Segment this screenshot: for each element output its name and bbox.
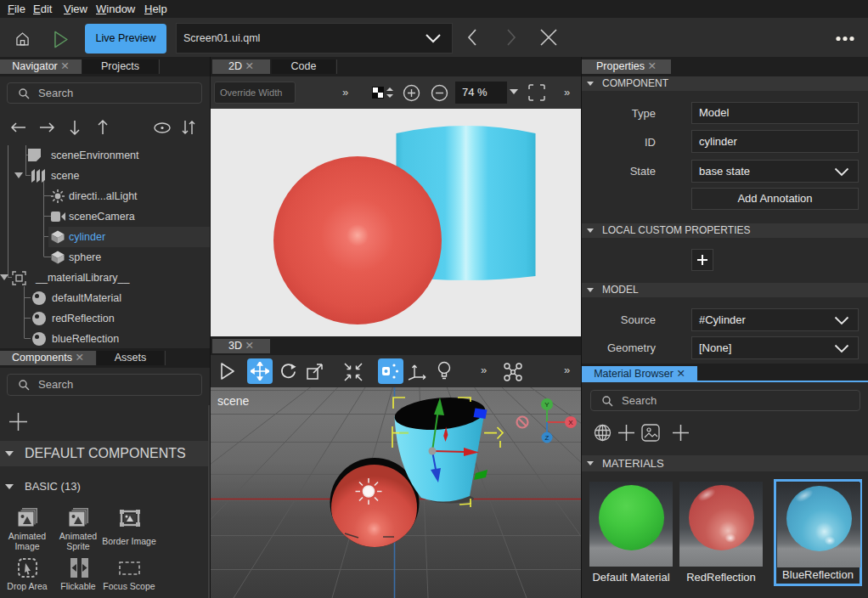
svg-text:Z: Z <box>545 434 550 442</box>
svg-text:X: X <box>568 419 573 426</box>
svg-text:Y: Y <box>544 401 550 409</box>
svg-text:scene: scene <box>217 394 250 408</box>
